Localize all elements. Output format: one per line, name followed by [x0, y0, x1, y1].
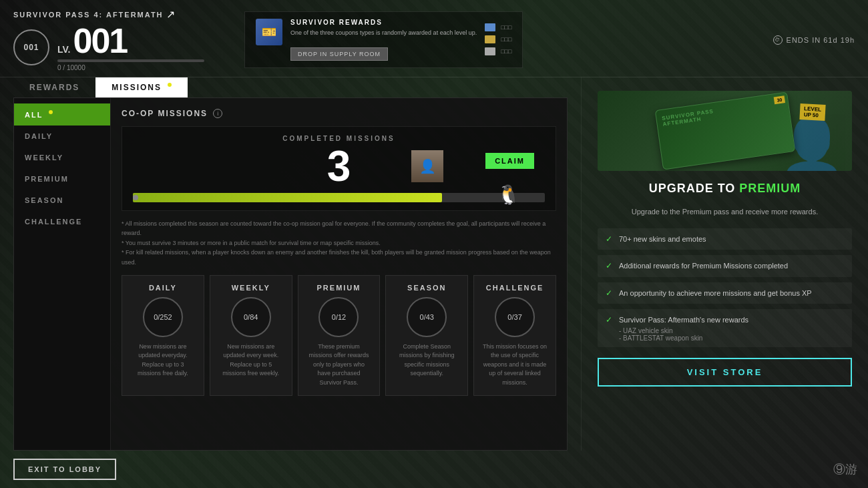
mission-ring-weekly: 0/84	[231, 297, 271, 337]
mission-card-weekly-desc: New missions are updated every week. Rep…	[218, 342, 284, 379]
missions-notification-dot	[168, 83, 172, 87]
sidebar-item-challenge[interactable]: CHALLENGE	[14, 211, 110, 232]
mission-ring-challenge: 0/37	[495, 297, 535, 337]
mission-ring-season: 0/43	[407, 297, 447, 337]
claim-button[interactable]: CLAIM	[485, 153, 534, 169]
coupon-gold-text: □□□	[501, 36, 511, 43]
all-notification-dot	[49, 110, 53, 114]
check-icon-bonus-xp: ✓	[606, 288, 612, 298]
completed-missions-section: COMPLETED MISSIONS 3 👤 CLAIM	[122, 126, 556, 211]
coop-notes: * All missions completed this season are…	[122, 219, 556, 267]
coupon-blue	[485, 23, 495, 31]
coupon-row-gold: □□□	[485, 35, 511, 43]
coop-missions-title: CO-OP MISSIONS	[122, 109, 208, 118]
coupon-gold	[485, 35, 495, 43]
watermark-icon: ⑨游	[833, 463, 857, 476]
mission-card-weekly-title: WEEKLY	[232, 284, 270, 292]
survivor-rewards-desc: One of the three coupons types is random…	[290, 29, 477, 37]
tab-rewards[interactable]: REWARDS	[13, 77, 95, 97]
mission-card-daily-desc: New missions are updated everyday. Repla…	[130, 342, 196, 379]
mission-card-season: SEASON 0/43 Complete Season missions by …	[385, 275, 468, 397]
feature-text-new-rewards: Survivor Pass: Aftermath's new rewards	[619, 314, 748, 326]
xp-text: 0 / 10000	[57, 64, 204, 71]
note-2: * You must survive 3 minutes or more in …	[122, 238, 556, 248]
reward-avatar: 👤	[411, 150, 443, 182]
premium-word: PREMIUM	[739, 182, 801, 195]
mission-card-challenge: CHALLENGE 0/37 This mission focuses on t…	[473, 275, 556, 397]
check-icon-skins: ✓	[606, 234, 612, 244]
exit-to-lobby-button[interactable]: EXIT TO LOBBY	[13, 459, 116, 480]
completed-missions-label: COMPLETED MISSIONS	[133, 135, 545, 142]
coupon-row-blue: □□□	[485, 23, 511, 31]
feature-text-bonus-xp: An opportunity to achieve more missions …	[619, 288, 812, 299]
xp-progress-bar	[57, 59, 204, 62]
tab-missions[interactable]: MISSIONS	[95, 77, 188, 97]
mission-card-premium-title: PREMIUM	[317, 284, 361, 292]
mission-card-weekly: WEEKLY 0/84 New missions are updated eve…	[210, 275, 292, 397]
level-up-badge: LEVELUP 50	[800, 103, 826, 121]
note-1: * All missions completed this season are…	[122, 219, 556, 238]
visit-store-button[interactable]: VISIT STORE	[598, 358, 852, 387]
note-3: * For kill related missions, when a play…	[122, 248, 556, 267]
mission-card-daily: DAILY 0/252 New missions are updated eve…	[122, 275, 204, 397]
feature-sub-new-rewards: - UAZ vehicle skin- BATTLESTAT weapon sk…	[619, 327, 748, 342]
feature-item-skins: ✓ 70+ new skins and emotes	[598, 228, 852, 250]
mission-ring-daily: 0/252	[143, 297, 183, 337]
sidebar-item-weekly[interactable]: WEEKLY	[14, 147, 110, 168]
content-area: REWARDS MISSIONS ALL DAILY	[0, 77, 868, 451]
feature-text-skins: 70+ new skins and emotes	[619, 234, 706, 245]
pass-card-visual: 👤 SURVIVOR PASSAFTERMATH 30 LEVELUP 50	[598, 91, 852, 171]
missions-panel: ALL DAILY WEEKLY PREMIUM SEASON	[13, 97, 568, 451]
mission-card-season-title: SEASON	[407, 284, 446, 292]
level-prefix: LV.	[57, 44, 70, 55]
sidebar-item-premium[interactable]: PREMIUM	[14, 168, 110, 190]
mission-card-premium-desc: These premium missions offer rewards onl…	[306, 342, 372, 388]
drop-in-supply-button[interactable]: DROP IN SUPPLY ROOM	[290, 47, 388, 61]
coupon-blue-text: □□□	[501, 24, 511, 31]
check-icon-premium-rewards: ✓	[606, 261, 612, 270]
sidebar-item-all[interactable]: ALL	[14, 103, 110, 126]
top-bar: SURVIVOR PASS 4: AFTERMATH ↗ 001 LV. 001…	[0, 0, 868, 77]
feature-item-premium-rewards: ✓ Additional rewards for Premium Mission…	[598, 255, 852, 277]
avatar-image: 👤	[411, 150, 443, 182]
pass-card-text: SURVIVOR PASSAFTERMATH	[655, 93, 789, 134]
mission-card-challenge-title: CHALLENGE	[486, 284, 544, 292]
timer-icon: ⏱	[773, 35, 783, 45]
coupon-silver-text: □□□	[501, 48, 511, 55]
coupon-silver	[485, 47, 495, 55]
timer-text: ENDS IN 61d 19h	[787, 36, 855, 44]
feature-text-premium-rewards: Additional rewards for Premium Missions …	[619, 260, 788, 272]
completed-missions-count: 3	[133, 145, 545, 188]
premium-pass-visual: 👤 SURVIVOR PASSAFTERMATH 30 LEVELUP 50	[598, 91, 852, 171]
level-badge: 001	[13, 29, 49, 65]
pass-number-badge: 30	[773, 95, 785, 104]
right-panel: 👤 SURVIVOR PASSAFTERMATH 30 LEVELUP 50 U…	[581, 77, 868, 451]
sidebar-nav: ALL DAILY WEEKLY PREMIUM SEASON	[14, 98, 111, 450]
upgrade-description: Upgrade to the Premium pass and receive …	[598, 206, 852, 218]
sidebar-item-daily[interactable]: DAILY	[14, 126, 110, 147]
coupon-box-icon: 🎫	[256, 19, 282, 45]
pass-title: SURVIVOR PASS 4: AFTERMATH	[13, 11, 164, 19]
coop-info-icon[interactable]: i	[213, 109, 222, 118]
coop-progress-bar: 🐧	[133, 193, 545, 202]
survivor-rewards-box: 🎫 SURVIVOR REWARDS One of the three coup…	[244, 11, 523, 69]
mission-card-premium: PREMIUM 0/12 These premium missions offe…	[298, 275, 381, 397]
survivor-rewards-title: SURVIVOR REWARDS	[290, 19, 477, 26]
coop-progress-fill	[133, 193, 442, 202]
coupon-row-silver: □□□	[485, 47, 511, 55]
tabs-row: REWARDS MISSIONS	[13, 77, 568, 97]
upgrade-title: UPGRADE TO PREMIUM	[598, 182, 852, 196]
watermark: ⑨游	[833, 461, 857, 477]
mission-card-daily-title: DAILY	[149, 284, 177, 292]
bottom-bar: EXIT TO LOBBY	[0, 451, 868, 488]
progress-start-dot	[133, 195, 138, 200]
timer-area: ⏱ ENDS IN 61d 19h	[773, 35, 855, 45]
mission-cards-container: DAILY 0/252 New missions are updated eve…	[122, 275, 556, 397]
external-link-icon[interactable]: ↗	[166, 8, 175, 21]
sidebar-item-season[interactable]: SEASON	[14, 190, 110, 211]
feature-list: ✓ 70+ new skins and emotes ✓ Additional …	[598, 228, 852, 347]
missions-main-content: CO-OP MISSIONS i COMPLETED MISSIONS 3 👤	[111, 98, 567, 450]
mission-ring-premium: 0/12	[318, 297, 359, 337]
mission-card-challenge-desc: This mission focuses on the use of speci…	[482, 342, 548, 388]
level-number: 001	[73, 23, 127, 58]
